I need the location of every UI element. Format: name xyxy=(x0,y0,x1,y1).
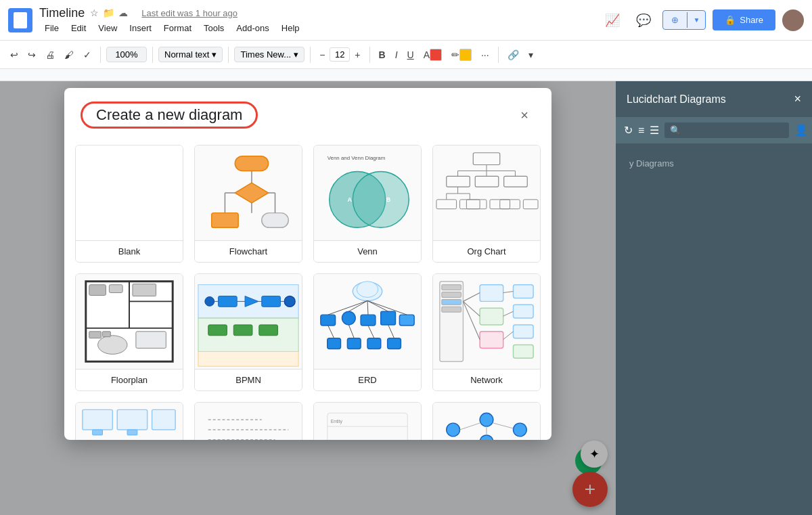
svg-rect-30 xyxy=(466,200,487,209)
separator-6 xyxy=(498,47,499,63)
diagram-card-network[interactable]: Network xyxy=(432,273,541,391)
panel-refresh-button[interactable]: ↻ xyxy=(624,124,633,137)
text-color-button[interactable]: A xyxy=(420,46,445,64)
diagram-label-flowchart: Flowchart xyxy=(195,240,302,262)
svg-line-97 xyxy=(503,332,514,340)
menu-view[interactable]: View xyxy=(93,22,122,35)
diagram-card-blank[interactable]: Blank xyxy=(75,145,183,263)
diagram-thumbnail-mockup xyxy=(76,403,183,440)
dialog-body: Blank xyxy=(64,139,551,440)
diagram-card-venn[interactable]: Venn and Venn Diagram A B Venn xyxy=(313,145,422,263)
folder-icon[interactable]: 📁 xyxy=(103,7,114,18)
font-dropdown[interactable]: Times New... ▾ xyxy=(234,47,304,62)
diagram-grid: Blank xyxy=(75,145,541,440)
diagram-card-other1[interactable] xyxy=(194,402,302,440)
diagram-card-flowchart[interactable]: Flowchart xyxy=(194,145,302,263)
bold-button[interactable]: B xyxy=(376,47,389,63)
doc-area: |Type @... Create a new diagram × xyxy=(0,81,616,515)
last-edit[interactable]: Last edit was 1 hour ago xyxy=(141,8,238,18)
svg-rect-81 xyxy=(442,285,461,290)
panel-toolbar: ↻ ≡ ☰ 👤 xyxy=(616,117,812,143)
svg-text:Venn and Venn Diagram: Venn and Venn Diagram xyxy=(328,155,386,161)
font-size-control: − + xyxy=(316,47,363,63)
flowchart-svg xyxy=(195,145,302,240)
comment-icon-btn[interactable]: 💬 xyxy=(631,8,656,32)
zoom-control[interactable]: 100% xyxy=(106,47,147,62)
dialog-close-button[interactable]: × xyxy=(514,104,535,126)
menu-format[interactable]: Format xyxy=(158,22,197,35)
font-size-input[interactable] xyxy=(330,47,350,62)
underline-button[interactable]: U xyxy=(404,47,418,63)
menu-tools[interactable]: Tools xyxy=(198,22,229,35)
diagram-card-mockup[interactable]: Mockup xyxy=(75,402,183,440)
svg-rect-67 xyxy=(328,338,341,349)
main-area: |Type @... Create a new diagram × xyxy=(0,81,812,515)
panel-user-button[interactable]: 👤 xyxy=(794,124,808,137)
diagram-card-other3[interactable] xyxy=(432,402,541,440)
svg-rect-15 xyxy=(473,153,500,165)
svg-rect-83 xyxy=(442,299,461,305)
paint-format-button[interactable]: 🖌 xyxy=(61,47,77,63)
panel-filter-button[interactable]: ≡ xyxy=(638,125,644,137)
redo-button[interactable]: ↪ xyxy=(24,47,39,63)
italic-button[interactable]: I xyxy=(392,47,401,63)
user-avatar[interactable] xyxy=(782,9,804,31)
highlight-color-button[interactable]: ✏ xyxy=(448,46,475,64)
svg-point-110 xyxy=(480,413,493,426)
menu-insert[interactable]: Insert xyxy=(124,22,157,35)
docs-icon xyxy=(14,12,27,28)
panel-list-button[interactable]: ☰ xyxy=(650,124,659,137)
svg-line-78 xyxy=(368,326,374,338)
menu-help[interactable]: Help xyxy=(276,22,305,35)
link-color-button[interactable]: 🔗 xyxy=(504,47,522,63)
more-button[interactable]: ··· xyxy=(478,47,493,63)
diagram-card-erd[interactable]: ERD xyxy=(313,273,422,391)
network-svg xyxy=(433,274,540,369)
menu-file[interactable]: File xyxy=(39,22,64,35)
doc-title-row: Timeline ☆ 📁 ☁ Last edit was 1 hour ago xyxy=(39,6,600,20)
top-right: 📈 💬 ⊕ ▼ 🔒 Share xyxy=(600,8,804,32)
app-icon xyxy=(8,8,32,32)
insert-button-group[interactable]: ⊕ ▼ xyxy=(662,10,706,30)
text-style-dropdown[interactable]: Normal text ▾ xyxy=(158,47,223,62)
svg-rect-102 xyxy=(152,409,176,430)
menu-edit[interactable]: Edit xyxy=(66,22,91,35)
insert-main-button[interactable]: ⊕ xyxy=(663,11,687,29)
separator-1 xyxy=(100,47,101,63)
chevron-up-icon[interactable]: ▾ xyxy=(525,47,537,63)
erd-svg xyxy=(314,274,421,369)
menu-addons[interactable]: Add-ons xyxy=(231,22,274,35)
diagram-label-floorplan: Floorplan xyxy=(76,369,183,390)
ruler xyxy=(0,69,812,81)
svg-point-112 xyxy=(480,435,493,440)
undo-button[interactable]: ↩ xyxy=(7,47,22,63)
diagram-thumbnail-orgchart xyxy=(433,145,540,240)
activity-icon-btn[interactable]: 📈 xyxy=(600,8,625,32)
svg-point-12 xyxy=(353,171,409,227)
decrease-font-button[interactable]: − xyxy=(316,47,328,63)
svg-rect-88 xyxy=(514,285,534,298)
svg-text:Entity: Entity xyxy=(331,419,343,424)
svg-point-111 xyxy=(514,423,527,436)
diagram-card-orgchart[interactable]: Org Chart xyxy=(432,145,541,263)
cloud-icon[interactable]: ☁ xyxy=(118,7,128,18)
svg-rect-47 xyxy=(198,351,298,366)
spell-check-button[interactable]: ✓ xyxy=(80,47,95,63)
diagram-card-other2[interactable]: Entity xyxy=(313,402,422,440)
venn-svg: Venn and Venn Diagram A B xyxy=(314,145,421,240)
panel-header: Lucidchart Diagrams × xyxy=(616,81,812,117)
insert-dropdown-button[interactable]: ▼ xyxy=(687,12,705,28)
panel-search-input[interactable] xyxy=(664,122,789,138)
svg-rect-52 xyxy=(284,296,295,307)
svg-rect-24 xyxy=(436,200,457,209)
print-button[interactable]: 🖨 xyxy=(42,47,58,63)
svg-rect-89 xyxy=(514,305,534,318)
share-button[interactable]: 🔒 Share xyxy=(713,9,775,30)
doc-title[interactable]: Timeline xyxy=(39,6,85,20)
svg-rect-65 xyxy=(381,311,396,325)
diagram-card-floorplan[interactable]: Floorplan xyxy=(75,273,183,391)
increase-font-button[interactable]: + xyxy=(351,47,363,63)
diagram-card-bpmn[interactable]: BPMN xyxy=(194,273,302,391)
star-icon[interactable]: ☆ xyxy=(90,7,99,18)
panel-close-button[interactable]: × xyxy=(794,92,801,106)
